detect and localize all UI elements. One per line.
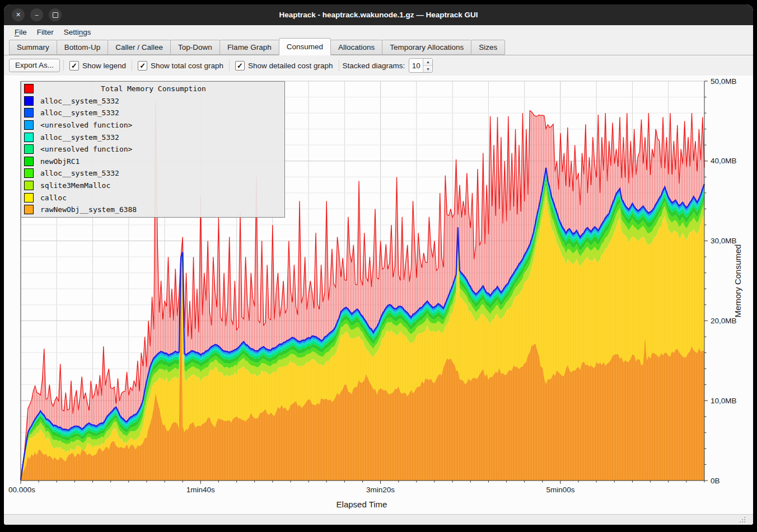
toolbar-separator	[63, 60, 64, 71]
x-tick-label: 1min40s	[186, 486, 215, 494]
legend-label: alloc__system_5332	[40, 109, 119, 117]
tab-bottom-up[interactable]: Bottom-Up	[57, 40, 108, 55]
checkbox-show-total-cost-graph[interactable]: ✓Show total cost graph	[135, 61, 226, 70]
window-controls: ✕ –	[12, 8, 62, 21]
toolbar: Export As... ✓Show legend✓Show total cos…	[4, 55, 753, 76]
x-axis-title: Elapsed Time	[337, 500, 387, 509]
legend-swatch	[24, 133, 34, 142]
window-title: Heaptrack - heaptrack.wakunode.1.gz — He…	[4, 11, 753, 19]
desktop: { "window": { "title": "Heaptrack - heap…	[0, 0, 757, 532]
y-axis-title: Memory Consumed	[733, 244, 742, 318]
tab-consumed[interactable]: Consumed	[279, 38, 331, 55]
legend-swatch	[24, 96, 34, 106]
tab-top-down[interactable]: Top-Down	[170, 40, 219, 55]
tab-temporary-allocations[interactable]: Temporary Allocations	[382, 40, 471, 55]
y-tick-label: 10,0MB	[711, 397, 737, 405]
resize-grip-icon[interactable]	[744, 517, 745, 518]
tab-flame-graph[interactable]: Flame Graph	[219, 40, 279, 55]
checkbox-show-legend[interactable]: ✓Show legend	[67, 61, 128, 70]
spinner-value: 10	[409, 59, 423, 72]
checkbox-box[interactable]: ✓	[69, 61, 79, 70]
legend-swatch	[24, 157, 34, 166]
checkbox-box[interactable]: ✓	[138, 61, 147, 70]
checkbox-label: Show detailed cost graph	[248, 62, 333, 70]
legend-label: sqlite3MemMalloc	[40, 181, 110, 190]
checkbox-label: Show legend	[82, 62, 126, 70]
legend-label: <unresolved function>	[40, 145, 132, 153]
legend-label: <unresolved function>	[40, 121, 132, 129]
app-window: ✕ – Heaptrack - heaptrack.wakunode.1.gz …	[4, 4, 753, 525]
menu-filter[interactable]: Filter	[32, 27, 59, 37]
export-as-button[interactable]: Export As...	[9, 59, 60, 72]
toolbar-separator	[229, 60, 230, 71]
legend-item: <unresolved function>	[21, 143, 284, 156]
minimize-icon: –	[35, 12, 38, 18]
legend-label: alloc__system_5332	[40, 169, 119, 177]
legend-label: calloc	[40, 194, 67, 202]
legend-swatch	[24, 108, 34, 117]
legend-swatch	[24, 120, 34, 130]
close-icon: ✕	[16, 12, 21, 18]
legend-label: alloc__system_5332	[40, 133, 119, 142]
stacked-diagrams-label: Stacked diagrams:	[343, 62, 405, 70]
spin-down-icon[interactable]: ▼	[423, 66, 432, 73]
y-tick-label: 0B	[711, 477, 720, 485]
legend-swatch	[24, 144, 34, 154]
tab-bar: SummaryBottom-UpCaller / CalleeTop-DownF…	[4, 39, 753, 55]
checkbox-label: Show total cost graph	[151, 62, 223, 70]
minimize-button[interactable]: –	[30, 8, 43, 21]
stacked-diagrams-spinner[interactable]: 10 ▲ ▼	[409, 58, 433, 73]
toolbar-separator	[132, 60, 132, 71]
legend-label: rawNewObj__system_6388	[40, 205, 137, 214]
y-tick-label: 30,0MB	[711, 237, 737, 245]
y-tick-label: 50,0MB	[711, 77, 737, 86]
legend-item: sqlite3MemMalloc	[21, 180, 284, 192]
maximize-button[interactable]	[49, 8, 62, 21]
y-tick-label: 40,0MB	[711, 157, 737, 165]
tab-allocations[interactable]: Allocations	[331, 40, 382, 55]
checkbox-show-detailed-cost-graph[interactable]: ✓Show detailed cost graph	[233, 61, 335, 70]
maximize-icon	[53, 12, 58, 18]
menu-file[interactable]: File	[10, 27, 32, 37]
legend-swatch	[24, 168, 34, 178]
x-tick-label: 00.000s	[8, 486, 35, 494]
menu-bar: FileFilterSettings	[4, 25, 753, 39]
legend-item: alloc__system_5332	[21, 95, 284, 107]
legend-title: Total Memory Consumption	[25, 84, 282, 93]
spinner-arrows: ▲ ▼	[423, 59, 432, 72]
legend-label: newObjRC1	[40, 157, 80, 166]
legend-title-row: Total Memory Consumption	[21, 83, 284, 95]
tab-sizes[interactable]: Sizes	[471, 40, 505, 55]
legend-swatch	[24, 205, 34, 214]
tab-caller-callee[interactable]: Caller / Callee	[108, 40, 170, 55]
legend-item: <unresolved function>	[21, 119, 284, 131]
legend-item: alloc__system_5332	[21, 167, 284, 180]
status-bar	[4, 514, 753, 525]
legend-item: rawNewObj__system_6388	[21, 204, 284, 216]
legend-item: alloc__system_5332	[21, 107, 284, 119]
x-tick-label: 3min20s	[366, 486, 395, 494]
toolbar-separator	[339, 60, 339, 71]
checkbox-box[interactable]: ✓	[235, 61, 245, 70]
legend-label: alloc__system_5332	[40, 97, 119, 105]
legend-swatch	[24, 193, 34, 203]
x-tick-label: 5min00s	[546, 486, 574, 494]
menu-settings[interactable]: Settings	[59, 27, 96, 37]
close-button[interactable]: ✕	[12, 8, 25, 21]
legend-swatch	[24, 181, 34, 190]
legend-item: newObjRC1	[21, 156, 284, 168]
legend-item: calloc	[21, 191, 284, 204]
legend-item: alloc__system_5332	[21, 131, 284, 143]
tab-summary[interactable]: Summary	[9, 40, 57, 55]
title-bar[interactable]: ✕ – Heaptrack - heaptrack.wakunode.1.gz …	[4, 4, 753, 25]
chart-legend: Total Memory Consumptionalloc__system_53…	[21, 81, 285, 218]
spin-up-icon[interactable]: ▲	[423, 59, 432, 66]
consumed-chart-panel: 00.000s1min40s3min20s5min00s0B10,0MB20,0…	[4, 76, 753, 514]
